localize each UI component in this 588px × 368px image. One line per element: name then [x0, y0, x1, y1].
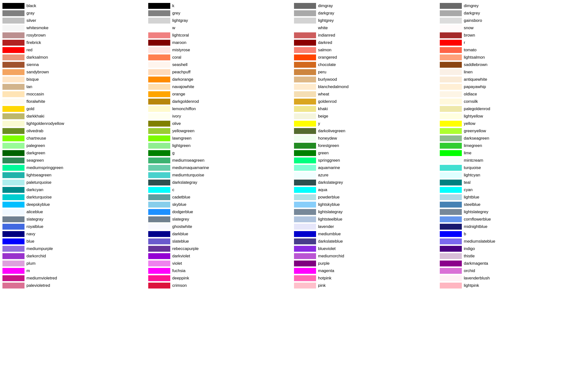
color-swatch [440, 62, 462, 68]
color-label: lemonchiffon [172, 106, 196, 111]
color-label: g [172, 151, 174, 156]
color-item: black [2, 2, 148, 9]
color-item: blue [2, 238, 148, 245]
color-swatch [294, 253, 316, 259]
color-item: violet [148, 260, 294, 267]
color-label: mediumslateblue [464, 239, 495, 244]
color-item: darkturquoise [2, 194, 148, 201]
color-item: olive [148, 120, 294, 127]
color-swatch [2, 54, 24, 60]
color-swatch [2, 194, 24, 200]
color-label: lightseagreen [26, 173, 51, 178]
color-item: royalblue [2, 223, 148, 230]
color-swatch [440, 253, 462, 259]
color-item: coral [148, 54, 294, 61]
color-item: lightgoldenrodyellow [2, 120, 148, 127]
color-label: lawngreen [172, 136, 191, 141]
color-item: darksalmon [2, 54, 148, 61]
color-item: lightslategrey [440, 209, 586, 215]
color-item: lavender [294, 223, 440, 230]
color-label: greenyellow [464, 129, 486, 133]
color-item: mediumblue [294, 231, 440, 237]
color-label: snow [464, 26, 474, 30]
color-label: darkgreen [26, 151, 45, 156]
color-label: darksalmon [26, 55, 48, 60]
color-item: turquoise [440, 164, 586, 171]
color-label: lightsteelblue [318, 217, 342, 222]
column-1: blackgraysilverwhitesmokerosybrownfirebr… [2, 2, 148, 289]
color-label: palegreen [26, 143, 45, 148]
color-item: slategrey [148, 216, 294, 223]
color-swatch [294, 25, 316, 31]
color-item: cornsilk [440, 98, 586, 105]
column-4: dimgreydarkgreygainsborosnowbrownrtomato… [440, 2, 586, 289]
color-label: beige [318, 114, 328, 119]
color-item: deepskyblue [2, 201, 148, 208]
color-label: ivory [172, 114, 181, 119]
color-swatch [440, 209, 462, 215]
color-swatch [148, 135, 170, 141]
color-label: seagreen [26, 158, 44, 163]
color-label: mediumorchid [318, 254, 344, 259]
color-swatch [440, 47, 462, 53]
color-item: palegreen [2, 142, 148, 149]
color-swatch [440, 3, 462, 9]
color-item: m [2, 267, 148, 274]
color-item: orchid [440, 267, 586, 274]
color-swatch [440, 275, 462, 281]
color-item: mediumseagreen [148, 157, 294, 164]
color-item: beige [294, 113, 440, 120]
color-item: lightyellow [440, 113, 586, 120]
color-swatch [148, 172, 170, 178]
color-swatch [2, 113, 24, 119]
color-swatch [440, 99, 462, 105]
color-swatch [2, 187, 24, 193]
color-item: indianred [294, 32, 440, 39]
color-swatch [440, 216, 462, 222]
color-item: lightgray [148, 17, 294, 24]
color-swatch [148, 128, 170, 134]
color-swatch [294, 209, 316, 215]
color-item: indigo [440, 245, 586, 252]
color-item: darkslategray [148, 179, 294, 186]
color-item: antiquewhite [440, 76, 586, 83]
color-item: moccasin [2, 91, 148, 98]
color-label: pink [318, 283, 326, 288]
color-swatch [148, 224, 170, 230]
color-label: lavender [318, 224, 334, 229]
color-swatch [2, 69, 24, 75]
color-label: slategrey [172, 217, 189, 222]
color-swatch [2, 128, 24, 134]
color-swatch [2, 121, 24, 127]
color-item: hotpink [294, 275, 440, 282]
color-label: y [318, 121, 320, 126]
color-label: whitesmoke [26, 26, 49, 30]
color-swatch [440, 84, 462, 90]
color-swatch [440, 246, 462, 252]
color-item: aquamarine [294, 164, 440, 171]
color-label: springgreen [318, 158, 340, 163]
color-swatch [148, 180, 170, 185]
color-swatch [148, 283, 170, 289]
color-label: bisque [26, 77, 39, 82]
color-item: orangered [294, 54, 440, 61]
color-item: crimson [148, 282, 294, 289]
color-swatch [294, 3, 316, 9]
color-swatch [440, 165, 462, 171]
color-label: green [318, 151, 329, 156]
color-swatch [2, 283, 24, 289]
color-swatch [294, 32, 316, 38]
color-swatch [440, 194, 462, 200]
color-swatch [440, 158, 462, 163]
color-label: r [464, 40, 465, 45]
color-label: saddlebrown [464, 62, 487, 67]
color-label: grey [172, 11, 180, 16]
color-label: w [172, 26, 175, 30]
color-swatch [440, 268, 462, 274]
color-swatch [2, 40, 24, 46]
color-item: lavenderblush [440, 275, 586, 282]
color-label: aquamarine [318, 165, 340, 170]
color-item: r [440, 39, 586, 46]
color-swatch [440, 283, 462, 289]
color-label: lightgreen [172, 143, 191, 148]
